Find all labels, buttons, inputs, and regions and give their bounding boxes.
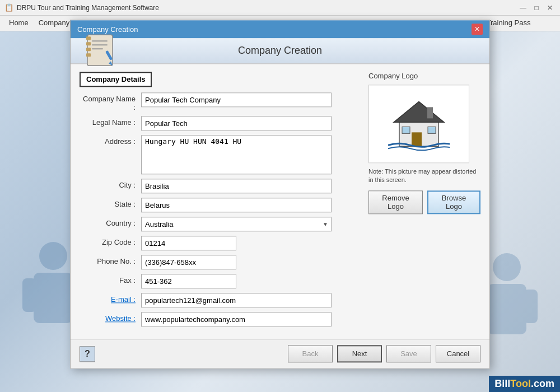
- website-row: Website :: [80, 312, 357, 326]
- app-icon: 📋: [4, 3, 13, 12]
- logo-buttons: Remove Logo Browse Logo: [368, 190, 480, 214]
- svg-rect-8: [87, 35, 113, 66]
- logo-section-title: Company Logo: [368, 72, 480, 80]
- country-select[interactable]: Australia USA UK Canada India Germany Fr…: [141, 217, 332, 231]
- watermark-dotcom: .com: [531, 378, 554, 389]
- header-icon: [82, 32, 118, 70]
- phone-label: Phone No. :: [80, 255, 141, 265]
- fax-label: Fax :: [80, 274, 141, 284]
- svg-rect-20: [412, 132, 422, 146]
- svg-rect-14: [92, 44, 108, 45]
- company-creation-dialog: Company Creation ✕: [70, 20, 490, 368]
- company-name-label: Company Name :: [80, 92, 141, 111]
- watermark: BillTool.com: [489, 376, 560, 392]
- svg-marker-19: [394, 101, 444, 122]
- close-button[interactable]: ✕: [544, 2, 556, 13]
- email-label[interactable]: E-mail :: [80, 293, 141, 304]
- minimize-button[interactable]: —: [517, 2, 529, 13]
- phone-row: Phone No. :: [80, 255, 357, 269]
- logo-section: Company Logo: [368, 72, 480, 331]
- svg-rect-15: [92, 48, 103, 49]
- legal-name-row: Legal Name :: [80, 116, 357, 130]
- svg-rect-21: [402, 127, 410, 133]
- country-row: Country : Australia USA UK Canada India …: [80, 217, 357, 231]
- footer-buttons: Back Next Save Cancel: [288, 345, 480, 362]
- svg-rect-2: [22, 278, 36, 312]
- menu-company[interactable]: Company: [34, 17, 74, 29]
- country-label: Country :: [80, 217, 141, 227]
- next-button[interactable]: Next: [337, 345, 382, 362]
- city-input[interactable]: [141, 179, 332, 193]
- website-input[interactable]: [141, 312, 332, 326]
- dialog-body: Company Details Company Name : Legal Nam…: [71, 64, 489, 339]
- titlebar-controls: — □ ✕: [517, 2, 556, 13]
- watermark-bill: Bill: [494, 378, 510, 389]
- email-input[interactable]: [141, 293, 332, 307]
- browse-logo-button[interactable]: Browse Logo: [427, 190, 480, 214]
- save-button[interactable]: Save: [386, 345, 431, 362]
- svg-rect-5: [487, 284, 526, 334]
- city-row: City :: [80, 179, 357, 193]
- zipcode-row: Zip Code :: [80, 236, 357, 250]
- legal-name-input[interactable]: [141, 116, 332, 130]
- svg-rect-12: [86, 53, 91, 57]
- dialog-close-button[interactable]: ✕: [472, 24, 483, 35]
- legal-name-label: Legal Name :: [80, 116, 141, 127]
- fax-row: Fax :: [80, 274, 357, 288]
- company-logo-image: [388, 96, 450, 152]
- zipcode-label: Zip Code :: [80, 236, 141, 246]
- svg-rect-13: [92, 40, 108, 41]
- phone-input[interactable]: [141, 255, 236, 269]
- address-input[interactable]: Hungary HU HUN 4041 HU: [141, 135, 332, 174]
- remove-logo-button[interactable]: Remove Logo: [368, 190, 423, 214]
- main-area: Company Creation ✕: [0, 31, 560, 392]
- state-input[interactable]: [141, 198, 332, 212]
- website-label[interactable]: Website :: [80, 312, 141, 323]
- section-header: Company Details: [80, 72, 152, 87]
- svg-rect-10: [86, 42, 91, 45]
- maximize-button[interactable]: □: [531, 2, 542, 13]
- city-label: City :: [80, 179, 141, 189]
- svg-rect-11: [86, 48, 91, 51]
- svg-point-0: [39, 242, 67, 270]
- cancel-button[interactable]: Cancel: [436, 345, 480, 362]
- state-row: State :: [80, 198, 357, 212]
- back-button[interactable]: Back: [288, 345, 333, 362]
- address-label: Address :: [80, 135, 141, 146]
- logo-image-area: [368, 85, 469, 163]
- dialog-header-title: Company Creation: [238, 45, 322, 57]
- fax-input[interactable]: [141, 274, 236, 288]
- company-name-row: Company Name :: [80, 92, 357, 111]
- state-label: State :: [80, 198, 141, 208]
- form-section: Company Details Company Name : Legal Nam…: [80, 72, 357, 331]
- address-row: Address : Hungary HU HUN 4041 HU: [80, 135, 357, 174]
- country-select-wrapper: Australia USA UK Canada India Germany Fr…: [141, 217, 332, 231]
- svg-rect-9: [86, 36, 91, 40]
- email-row: E-mail :: [80, 293, 357, 307]
- svg-rect-22: [428, 127, 436, 133]
- titlebar: 📋 DRPU Tour and Training Management Soft…: [0, 0, 560, 16]
- dialog-titlebar: Company Creation ✕: [71, 20, 489, 38]
- svg-point-4: [493, 253, 521, 281]
- titlebar-title: DRPU Tour and Training Management Softwa…: [17, 4, 517, 12]
- menu-home[interactable]: Home: [4, 17, 33, 29]
- svg-rect-7: [524, 290, 538, 323]
- logo-note: Note: This picture may appear distorted …: [368, 167, 480, 185]
- zipcode-input[interactable]: [141, 236, 236, 250]
- dialog-footer: ? Back Next Save Cancel: [71, 339, 489, 368]
- company-name-input[interactable]: [141, 92, 332, 107]
- svg-rect-1: [34, 273, 73, 323]
- dialog-header: Company Creation: [71, 38, 489, 64]
- help-button[interactable]: ?: [80, 346, 95, 362]
- watermark-tool: Tool: [510, 378, 531, 389]
- svg-rect-23: [427, 107, 433, 118]
